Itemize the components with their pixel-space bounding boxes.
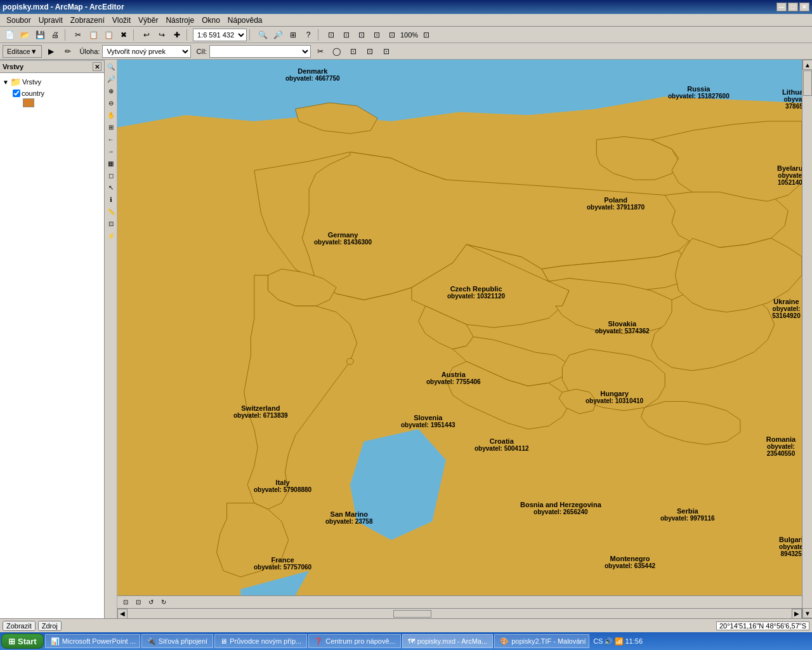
hyperlink-tool[interactable]: ⊡ <box>105 218 117 229</box>
taskbar-item-pruvodce[interactable]: 🖥 Průvodce novým příp... <box>214 634 307 648</box>
edit-dropdown[interactable]: Editace ▼ <box>3 45 42 58</box>
tools-btn-1[interactable]: ⊡ <box>324 28 338 42</box>
fixed-zoom-out[interactable]: ⊖ <box>105 97 117 109</box>
full-extent-tool[interactable]: ⊞ <box>105 121 117 133</box>
map-btn-2[interactable]: ⊡ <box>133 597 144 608</box>
scroll-up-button[interactable]: ▲ <box>802 60 812 70</box>
save-button[interactable]: 💾 <box>33 28 47 42</box>
tools-btn-4[interactable]: ⊡ <box>370 28 384 42</box>
menu-vyber[interactable]: Výběr <box>134 15 162 26</box>
centrum-label: Centrum pro nápově... <box>325 637 395 645</box>
menu-upravit[interactable]: Upravit <box>35 15 67 26</box>
scroll-track-vertical[interactable] <box>802 70 812 608</box>
menu-nastroje[interactable]: Nástroje <box>162 15 198 26</box>
map-container: .border { fill: #d4a840; stroke: #8a6000… <box>117 60 802 618</box>
taskbar-item-powerpoint[interactable]: 📊 Microsoft PowerPoint ... <box>45 634 140 648</box>
menu-zobrazeni[interactable]: Zobrazení <box>67 15 108 26</box>
zoom-in-button[interactable]: 🔍 <box>256 28 270 42</box>
scroll-track-horizontal[interactable] <box>128 609 792 618</box>
pan-tool[interactable]: ✋ <box>105 109 117 121</box>
lightning-tool[interactable]: ⚡ <box>105 230 117 241</box>
map-btn-4[interactable]: ↻ <box>158 597 169 608</box>
menu-okno[interactable]: Okno <box>198 15 224 26</box>
tree-expand-icon[interactable]: ▼ <box>3 79 9 86</box>
back-tool[interactable]: ← <box>105 133 117 145</box>
scroll-right-button[interactable]: ▶ <box>792 609 802 619</box>
show-button[interactable]: Zobrazit <box>3 621 36 631</box>
task-select[interactable]: Vytvořit nový prvek <box>102 45 191 58</box>
forward-tool[interactable]: → <box>105 145 117 157</box>
redo-button[interactable]: ↪ <box>155 28 169 42</box>
help-button[interactable]: ? <box>301 28 315 42</box>
maximize-button[interactable]: □ <box>788 3 798 11</box>
clear-select-tool[interactable]: ◻ <box>105 169 117 181</box>
scroll-thumb-vertical[interactable] <box>803 70 812 96</box>
taskbar-item-malovani[interactable]: 🎨 popisky2.TIF - Malování <box>494 634 589 648</box>
malovani-icon: 🎨 <box>500 637 509 646</box>
scale-select[interactable]: 1:6 591 432 <box>193 29 247 41</box>
minimize-button[interactable]: — <box>776 3 787 11</box>
edit-pencil-btn[interactable]: ✏ <box>61 44 75 58</box>
status-left-area: Zobrazit Zdroj <box>3 621 62 631</box>
start-icon: ⊞ <box>8 637 15 646</box>
identify-tool[interactable]: ℹ <box>105 194 117 205</box>
scroll-thumb-horizontal[interactable] <box>393 610 431 618</box>
vertical-scrollbar[interactable]: ▲ ▼ <box>802 60 812 618</box>
open-button[interactable]: 📂 <box>18 28 32 42</box>
zoom-out-button[interactable]: 🔎 <box>271 28 285 42</box>
close-button[interactable]: ✕ <box>799 3 809 11</box>
layers-panel: Vrstvy ✕ ▼ 📁 Vrstvy country <box>0 60 105 618</box>
paste-button[interactable]: 📋 <box>102 28 115 42</box>
taskbar-item-arcmap[interactable]: 🗺 popisky.mxd - ArcMa... <box>402 634 493 648</box>
edit-tool-3[interactable]: ⊡ <box>346 44 360 58</box>
layer-checkbox-country[interactable] <box>13 90 20 97</box>
edit-tool-4[interactable]: ⊡ <box>363 44 377 58</box>
menu-vlozit[interactable]: Vložit <box>108 15 134 26</box>
edit-tool-1[interactable]: ✂ <box>313 44 327 58</box>
tools-btn-2[interactable]: ⊡ <box>339 28 353 42</box>
zoom-out-tool[interactable]: 🔎 <box>105 73 117 84</box>
edit-tool-5[interactable]: ⊡ <box>379 44 393 58</box>
source-button[interactable]: Zdroj <box>38 621 62 631</box>
menu-soubor[interactable]: Soubor <box>3 15 35 26</box>
tools-btn-5[interactable]: ⊡ <box>385 28 399 42</box>
new-button[interactable]: 📄 <box>3 28 16 42</box>
layers-close-button[interactable]: ✕ <box>93 62 102 71</box>
fixed-zoom-in[interactable]: ⊕ <box>105 85 117 96</box>
edit-tool-2[interactable]: ◯ <box>330 44 344 58</box>
delete-button[interactable]: ✖ <box>117 28 131 42</box>
taskbar-item-centrum[interactable]: ❓ Centrum pro nápově... <box>308 634 400 648</box>
cut-button[interactable]: ✂ <box>71 28 85 42</box>
copy-button[interactable]: 📋 <box>86 28 100 42</box>
tray-lang: CS <box>593 637 603 645</box>
menu-napoveda[interactable]: Nápověda <box>224 15 266 26</box>
main-toolbar: 📄 📂 💾 🖨 ✂ 📋 📋 ✖ ↩ ↪ ✚ 1:6 591 432 🔍 🔎 ⊞ … <box>0 27 812 43</box>
tools-btn-3[interactable]: ⊡ <box>355 28 369 42</box>
taskbar-item-network[interactable]: 🔌 Síťová připojení <box>141 634 214 648</box>
horizontal-scrollbar[interactable]: ◀ ▶ <box>117 608 802 618</box>
full-extent-button[interactable]: ⊞ <box>286 28 300 42</box>
map-btn-3[interactable]: ↺ <box>145 597 157 608</box>
target-select[interactable] <box>209 45 311 58</box>
map-borders-svg: .border { fill: #d4a840; stroke: #8a6000… <box>117 60 802 595</box>
print-button[interactable]: 🖨 <box>48 28 62 42</box>
start-button[interactable]: ⊞ Start <box>1 633 44 649</box>
arrow-tool[interactable]: ↖ <box>105 182 117 193</box>
tools-btn-6[interactable]: ⊡ <box>419 28 433 42</box>
map-btn-1[interactable]: ⊡ <box>120 597 131 608</box>
zoom-in-tool[interactable]: 🔍 <box>105 61 117 72</box>
measure-tool[interactable]: 📏 <box>105 206 117 217</box>
svg-point-4 <box>346 359 353 365</box>
scroll-down-button[interactable]: ▼ <box>802 608 812 618</box>
scroll-left-button[interactable]: ◀ <box>117 609 128 619</box>
map-area[interactable]: .border { fill: #d4a840; stroke: #8a6000… <box>117 60 802 595</box>
ppt-icon: 📊 <box>51 637 60 646</box>
coordinate-display: 20°14'51,16"N 48°56'6,57"S <box>716 621 809 630</box>
add-data-button[interactable]: ✚ <box>170 28 184 42</box>
ppt-label: Microsoft PowerPoint ... <box>62 637 136 645</box>
select-tool[interactable]: ▦ <box>105 157 117 169</box>
folder-icon: 📁 <box>10 77 21 87</box>
undo-button[interactable]: ↩ <box>140 28 154 42</box>
network-label: Síťová připojení <box>159 637 208 645</box>
edit-arrow-btn[interactable]: ▶ <box>44 44 58 58</box>
